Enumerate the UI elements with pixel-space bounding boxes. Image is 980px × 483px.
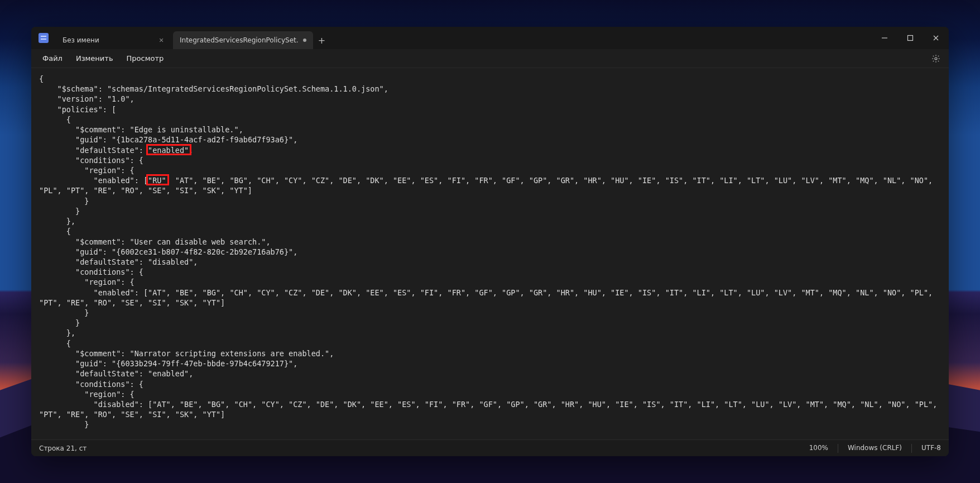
highlight-defaultstate-enabled [146,144,191,155]
unsaved-indicator-icon [303,39,306,42]
close-button[interactable] [923,27,949,49]
tab-untitled[interactable]: Без имени [56,31,173,49]
encoding[interactable]: UTF-8 [921,444,941,453]
status-bar: Строка 21, ст 100% Windows (CRLF) UTF-8 [31,439,949,456]
tab-label: Без имени [63,36,99,44]
divider [911,444,912,453]
app-icon [31,27,56,49]
menu-edit[interactable]: Изменить [69,52,120,65]
menu-view[interactable]: Просмотр [120,52,171,65]
menu-bar: Файл Изменить Просмотр [31,49,949,68]
svg-point-1 [935,58,937,60]
maximize-button[interactable] [897,27,923,49]
window-controls [872,27,949,49]
new-tab-button[interactable] [313,31,331,49]
tab-bar: Без имени IntegratedServicesRegionPolicy… [56,27,872,49]
settings-button[interactable] [928,50,944,67]
cursor-position[interactable]: Строка 21, ст [39,444,87,452]
line-endings[interactable]: Windows (CRLF) [848,444,902,453]
titlebar[interactable]: Без имени IntegratedServicesRegionPolicy… [31,27,949,49]
svg-rect-0 [908,36,913,41]
zoom-level[interactable]: 100% [809,444,828,453]
notepad-window: Без имени IntegratedServicesRegionPolicy… [31,27,949,456]
tab-label: IntegratedServicesRegionPolicySet. [180,36,299,44]
text-editor[interactable]: { "$schema": "schemas/IntegratedServices… [31,68,949,439]
close-icon[interactable] [156,35,166,45]
tab-policyset[interactable]: IntegratedServicesRegionPolicySet. [173,31,313,49]
divider [838,444,838,453]
menu-file[interactable]: Файл [36,52,69,65]
minimize-button[interactable] [872,27,897,49]
highlight-region-ru [146,174,169,185]
